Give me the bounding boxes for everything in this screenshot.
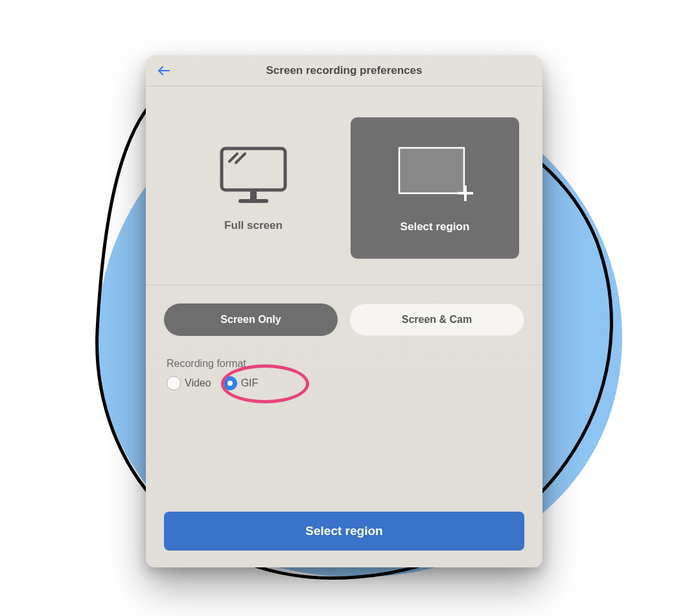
window-title: Screen recording preferences <box>266 64 423 77</box>
format-video-radio[interactable]: Video <box>167 376 211 390</box>
capture-mode-panel: Full screen Select region <box>146 86 542 285</box>
mode-select-region[interactable]: Select region <box>351 117 519 259</box>
mode-full-screen-label: Full screen <box>224 219 283 232</box>
svg-rect-4 <box>239 199 268 203</box>
recording-format-radios: Video GIF <box>167 376 524 390</box>
source-screen-only[interactable]: Screen Only <box>164 303 338 336</box>
arrow-left-icon <box>158 66 170 75</box>
radio-icon <box>167 376 181 390</box>
format-gif-radio[interactable]: GIF <box>223 376 259 390</box>
svg-rect-5 <box>399 148 464 193</box>
mode-full-screen[interactable]: Full screen <box>169 117 338 259</box>
back-button[interactable] <box>156 63 172 78</box>
svg-rect-3 <box>250 191 257 199</box>
format-video-label: Video <box>185 377 211 389</box>
recording-format-label: Recording format <box>167 358 524 370</box>
region-select-icon <box>393 143 477 207</box>
svg-rect-0 <box>222 148 285 190</box>
svg-line-1 <box>229 154 237 161</box>
radio-checked-icon <box>223 376 237 390</box>
monitor-icon <box>218 145 289 206</box>
options-panel: Screen Only Screen & Cam Recording forma… <box>146 285 542 567</box>
source-segmented-control: Screen Only Screen & Cam <box>164 303 524 336</box>
format-gif-label: GIF <box>241 377 259 389</box>
select-region-button[interactable]: Select region <box>164 512 524 551</box>
titlebar: Screen recording preferences <box>146 55 542 86</box>
mode-select-region-label: Select region <box>401 220 470 233</box>
source-screen-cam[interactable]: Screen & Cam <box>349 303 524 336</box>
preferences-window: Screen recording preferences Full screen… <box>146 55 542 567</box>
